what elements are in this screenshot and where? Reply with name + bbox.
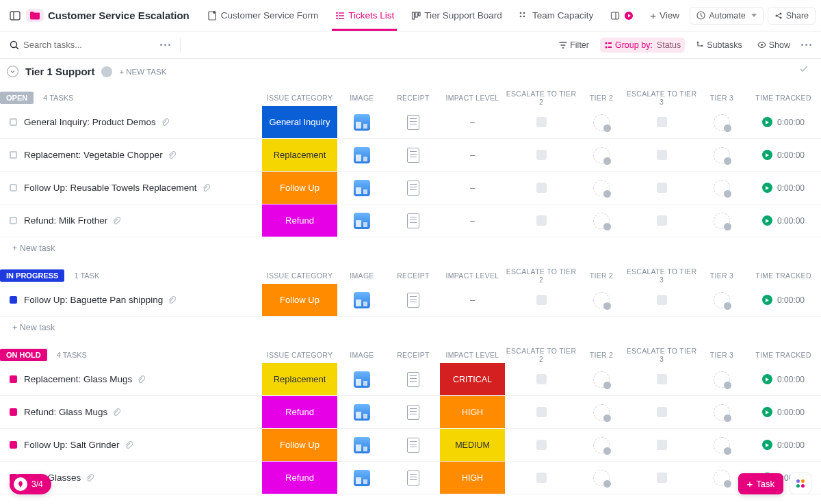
cell-esc2[interactable] [505, 172, 577, 204]
cell-issue[interactable]: Refund [262, 204, 337, 237]
attachment-icon[interactable] [167, 150, 176, 159]
filter-button[interactable]: Filter [555, 38, 593, 53]
cell-tier3[interactable] [698, 396, 746, 428]
cell-issue[interactable]: Replacement [262, 363, 337, 395]
cell-tier2[interactable] [577, 106, 625, 138]
checkbox[interactable] [657, 183, 667, 193]
table-row[interactable]: Follow Up: Reusable Towels Replacement F… [0, 172, 821, 204]
more-icon[interactable] [801, 44, 811, 46]
assignee-empty-icon[interactable] [714, 292, 730, 308]
checkbox[interactable] [657, 374, 667, 384]
cell-tier2[interactable] [577, 396, 625, 428]
checkbox[interactable] [657, 150, 667, 160]
cell-impact[interactable]: – [440, 204, 505, 237]
new-task-fab[interactable]: + Task [738, 473, 784, 494]
assignee-empty-icon[interactable] [714, 213, 730, 229]
show-button[interactable]: Show [753, 38, 794, 53]
cell-time[interactable]: 0:00:00 [746, 204, 821, 237]
cell-esc2[interactable] [505, 396, 577, 428]
assignee-empty-icon[interactable] [714, 147, 730, 163]
cell-esc3[interactable] [625, 106, 698, 138]
cell-esc3[interactable] [625, 363, 698, 395]
assignee-empty-icon[interactable] [714, 371, 730, 388]
cell-esc2[interactable] [505, 204, 577, 237]
cell-time[interactable]: 0:00:00 [746, 139, 821, 171]
attachment-icon[interactable] [124, 440, 133, 449]
status-square[interactable] [10, 217, 17, 224]
cell-esc3[interactable] [625, 284, 698, 316]
checkbox[interactable] [536, 407, 547, 417]
cell-issue[interactable]: Refund [262, 462, 337, 494]
table-row[interactable]: Replacement: Glass Mugs Replacement CRIT… [0, 363, 821, 396]
table-row[interactable]: Follow Up: Salt Grinder Follow Up MEDIUM… [0, 429, 821, 462]
cell-issue[interactable]: Replacement [262, 139, 337, 171]
cell-impact[interactable]: – [440, 106, 505, 138]
task-name[interactable]: Replacement: Vegetable Chopper [24, 150, 163, 160]
task-name[interactable]: Refund: Milk Frother [24, 215, 107, 226]
cell-esc2[interactable] [505, 284, 577, 316]
checkbox[interactable] [536, 473, 547, 483]
check-icon[interactable] [799, 64, 809, 74]
impact-badge[interactable]: MEDIUM [440, 429, 505, 461]
attachment-icon[interactable] [85, 473, 94, 482]
cell-impact[interactable]: – [440, 172, 505, 204]
cell-image[interactable] [337, 204, 387, 237]
cell-esc2[interactable] [505, 462, 577, 494]
cell-time[interactable]: 0:00:00 [746, 363, 821, 395]
section-title[interactable]: Tier 1 Support [25, 66, 94, 77]
cell-tier2[interactable] [577, 429, 625, 461]
folder-icon[interactable] [26, 9, 44, 22]
share-button[interactable]: Share [768, 7, 816, 25]
cell-image[interactable] [337, 106, 387, 138]
attachment-icon[interactable] [112, 216, 120, 225]
cell-esc2[interactable] [505, 106, 577, 138]
cell-esc3[interactable] [625, 462, 698, 494]
table-row[interactable]: Replacement: Vegetable Chopper Replaceme… [0, 139, 821, 172]
assignee-empty-icon[interactable] [714, 180, 730, 196]
sidebar-toggle-icon[interactable] [5, 6, 25, 25]
onboarding-pill[interactable]: 3/4 [10, 474, 51, 494]
tab-customer-service-form[interactable]: Customer Service Form [199, 0, 327, 31]
new-task-row[interactable]: + New task [0, 317, 821, 339]
collapse-icon[interactable] [7, 66, 18, 77]
assignee-empty-icon[interactable] [714, 437, 730, 453]
play-icon[interactable] [762, 440, 772, 450]
cell-image[interactable] [337, 284, 387, 316]
tab-tier-support-board[interactable]: Tier Support Board [402, 0, 510, 31]
attachment-icon[interactable] [201, 183, 210, 192]
play-icon[interactable] [762, 117, 772, 127]
cell-receipt[interactable] [387, 106, 440, 138]
cell-impact[interactable]: – [440, 284, 505, 316]
play-icon[interactable] [762, 215, 772, 226]
cell-image[interactable] [337, 462, 387, 494]
status-square[interactable] [10, 375, 17, 383]
task-name[interactable]: Follow Up: Reusable Towels Replacement [24, 183, 197, 193]
assignee-empty-icon[interactable] [714, 470, 730, 486]
cell-receipt[interactable] [387, 363, 440, 395]
cell-issue[interactable]: Refund [262, 396, 337, 428]
attachment-icon[interactable] [160, 118, 169, 127]
new-task-button[interactable]: + NEW TASK [119, 68, 166, 76]
assignee-empty-icon[interactable] [714, 114, 730, 131]
cell-receipt[interactable] [387, 462, 440, 494]
play-icon[interactable] [762, 374, 772, 384]
status-pill[interactable]: ON HOLD [0, 349, 47, 361]
search-input[interactable] [23, 40, 119, 50]
cell-tier3[interactable] [698, 284, 746, 316]
cell-issue[interactable]: General Inquiry [262, 106, 337, 138]
cell-time[interactable]: 0:00:00 [746, 284, 821, 316]
checkbox[interactable] [536, 215, 547, 226]
cell-issue[interactable]: Follow Up [262, 172, 337, 204]
task-name[interactable]: Follow Up: Baguette Pan shipping [24, 295, 163, 305]
cell-image[interactable] [337, 429, 387, 461]
status-pill[interactable]: IN PROGRESS [0, 269, 64, 282]
cell-time[interactable]: 0:00:00 [746, 172, 821, 204]
cell-tier2[interactable] [577, 204, 625, 237]
cell-tier2[interactable] [577, 172, 625, 204]
status-pill[interactable]: OPEN [0, 92, 34, 104]
cell-receipt[interactable] [387, 429, 440, 461]
checkbox[interactable] [536, 150, 547, 160]
assignee-empty-icon[interactable] [593, 292, 610, 308]
groupby-button[interactable]: Group by: Status [600, 38, 685, 53]
automate-button[interactable]: Automate [690, 7, 764, 25]
